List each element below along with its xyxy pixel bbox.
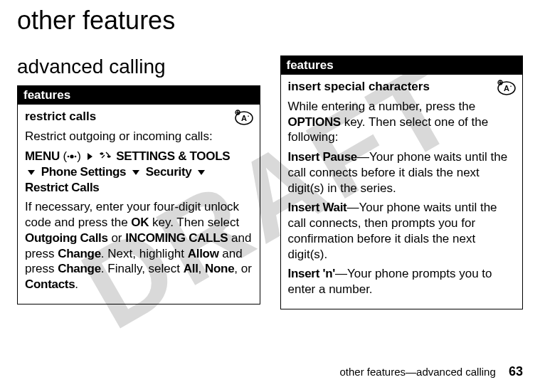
insert-n-label: Insert 'n' (288, 267, 336, 280)
ok-key: OK (131, 216, 149, 229)
settings-tools: SETTINGS & TOOLS (116, 149, 230, 163)
restrict-calls-title: restrict calls (25, 109, 253, 125)
page-number: 63 (509, 364, 523, 378)
feature-badge-icon: A • (234, 109, 254, 126)
svg-text:A: A (241, 114, 247, 122)
none-option: None (205, 262, 234, 275)
page-title: other features (17, 6, 523, 36)
features-body: A • insert special characters While ente… (281, 75, 523, 309)
insert-n: Insert 'n'—Your phone prompts you to ent… (288, 266, 516, 297)
feature-badge-icon: A • (497, 79, 517, 96)
all-option: All (184, 262, 198, 275)
text: . Finally, select (101, 262, 184, 275)
security: Security (146, 165, 192, 179)
footer-text: other features—advanced calling (339, 366, 495, 378)
phone-settings: Phone Settings (41, 165, 127, 179)
text: , (198, 262, 205, 275)
text: . Next, highlight (101, 247, 188, 260)
page-content: other features advanced calling features… (0, 0, 540, 309)
left-column: advanced calling features A • restrict c… (17, 55, 260, 309)
tools-icon (100, 149, 111, 164)
svg-point-7 (70, 154, 74, 158)
svg-text:•: • (510, 84, 512, 88)
incoming-calls: INCOMING CALLS (125, 231, 228, 245)
svg-point-6 (68, 155, 70, 157)
insert-intro: While entering a number, press the OPTIO… (288, 99, 516, 145)
text: While entering a number, press the (288, 100, 476, 113)
text: or (108, 231, 126, 245)
contacts-option: Contacts (25, 277, 75, 291)
menu-path: MENU ( ) SETTINGS & TOOLS Phone Settings (25, 149, 253, 196)
svg-text:•: • (247, 114, 248, 118)
features-header: features (18, 86, 260, 105)
restrict-instructions: If necessary, enter your four-digit unlo… (25, 199, 253, 292)
restrict-line1: Restrict outgoing or incoming calls: (25, 129, 253, 144)
insert-pause: Insert Pause—Your phone waits until the … (288, 149, 516, 196)
right-column: features A • insert special characters W… (280, 55, 524, 309)
change-btn: Change (58, 262, 101, 275)
text: key. Then select (149, 216, 239, 229)
restrict-calls-item: Restrict Calls (25, 181, 99, 194)
close-paren: ) (77, 149, 84, 163)
section-title: advanced calling (17, 55, 260, 78)
features-body: A • restrict calls Restrict outgoing or … (18, 105, 260, 304)
features-header: features (281, 56, 523, 75)
arrow-down-icon (195, 165, 208, 179)
arrow-down-icon (129, 165, 142, 179)
page-footer: other features—advanced calling 63 (339, 364, 523, 379)
change-btn: Change (58, 247, 101, 260)
columns: advanced calling features A • restrict c… (17, 55, 523, 309)
insert-wait: Insert Wait—Your phone waits until the c… (288, 200, 516, 262)
arrow-right-icon (85, 149, 95, 163)
center-key-icon (67, 149, 77, 164)
text: . (75, 277, 78, 291)
insert-special-title: insert special characters (288, 79, 516, 95)
options-key: OPTIONS (288, 115, 341, 129)
insert-wait-label: Insert Wait (288, 201, 347, 214)
features-box-insert: features A • insert special characters W… (280, 55, 524, 309)
menu-label: MENU (25, 149, 60, 163)
allow-option: Allow (188, 247, 219, 260)
text: , or (234, 262, 252, 275)
svg-text:A: A (504, 84, 509, 92)
arrow-down-icon (25, 165, 38, 179)
features-box-restrict: features A • restrict calls Restrict out… (17, 85, 260, 304)
outgoing-calls: Outgoing Calls (25, 231, 108, 245)
insert-pause-label: Insert Pause (288, 150, 358, 164)
